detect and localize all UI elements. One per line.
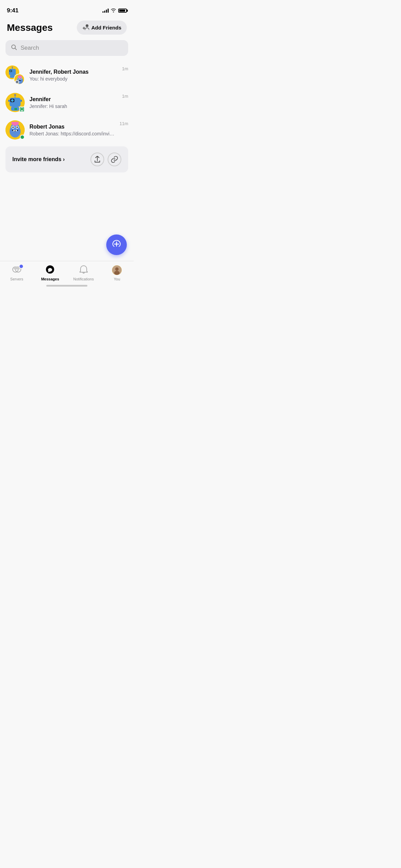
svg-point-50 — [114, 271, 120, 275]
invite-actions — [90, 153, 121, 166]
nav-icon-servers-wrap — [11, 265, 22, 276]
svg-rect-3 — [9, 69, 16, 75]
svg-point-14 — [19, 78, 19, 79]
new-message-fab[interactable] — [106, 234, 127, 255]
conversation-preview: Robert Jonas: https://discord.com/invite… — [29, 131, 115, 136]
avatar-robert — [5, 120, 25, 140]
svg-rect-37 — [13, 130, 15, 131]
wifi-icon — [111, 8, 116, 13]
svg-rect-27 — [14, 108, 17, 110]
svg-rect-24 — [21, 100, 22, 102]
add-friends-button[interactable]: Add Friends — [77, 21, 127, 35]
svg-point-15 — [21, 78, 21, 79]
avatar-jennifer — [5, 93, 25, 112]
svg-point-23 — [14, 94, 16, 96]
svg-point-7 — [12, 67, 13, 68]
search-bar[interactable]: Search — [5, 40, 128, 56]
nav-label-you: You — [114, 277, 120, 281]
nav-label-notifications: Notifications — [73, 277, 94, 281]
svg-point-21 — [12, 100, 13, 101]
conversation-time: 1m — [122, 94, 128, 99]
conversation-item-robert[interactable]: Robert Jonas Robert Jonas: https://disco… — [5, 116, 128, 144]
conversation-item-jennifer[interactable]: Jennifer Jennifer: Hi sarah 1m — [5, 89, 128, 116]
svg-rect-25 — [8, 100, 10, 102]
conversation-robert-info: Robert Jonas Robert Jonas: https://disco… — [29, 124, 115, 136]
svg-point-35 — [12, 126, 14, 128]
invite-link-button[interactable] — [108, 153, 121, 166]
servers-badge — [19, 264, 24, 269]
invite-text: Invite more friends › — [12, 156, 65, 162]
messages-icon — [45, 265, 55, 276]
nav-item-servers[interactable]: Servers — [5, 265, 29, 281]
status-time: 9:41 — [7, 7, 19, 14]
conversation-time: 1m — [122, 66, 128, 71]
notifications-icon — [80, 265, 88, 275]
conversation-group-info: Jennifer, Robert Jonas You: hi everybody — [29, 69, 117, 82]
svg-rect-29 — [21, 110, 23, 111]
add-friends-label: Add Friends — [91, 25, 121, 31]
invite-banner[interactable]: Invite more friends › — [5, 146, 128, 172]
svg-point-41 — [16, 122, 19, 124]
svg-point-36 — [16, 126, 18, 128]
battery-icon — [118, 9, 127, 13]
home-indicator — [46, 285, 87, 287]
conversation-name: Jennifer — [29, 96, 117, 103]
group-avatar — [5, 65, 25, 85]
conversation-preview: Jennifer: Hi sarah — [29, 104, 117, 109]
conversation-time: 11m — [120, 121, 128, 126]
nav-icon-you-wrap — [111, 265, 122, 276]
conversation-name: Robert Jonas — [29, 124, 115, 130]
nav-icon-messages-wrap — [45, 265, 56, 276]
search-placeholder: Search — [21, 45, 39, 51]
svg-rect-38 — [15, 130, 17, 131]
header: Messages Add Friends — [0, 16, 134, 40]
conversation-jennifer-info: Jennifer Jennifer: Hi sarah — [29, 96, 117, 109]
new-message-icon — [112, 239, 121, 250]
conversation-name: Jennifer, Robert Jonas — [29, 69, 117, 75]
svg-point-49 — [115, 267, 119, 271]
conversation-item-group[interactable]: Jennifer, Robert Jonas You: hi everybody… — [5, 61, 128, 89]
nav-icon-notifications-wrap — [78, 265, 89, 276]
nav-label-messages: Messages — [41, 277, 59, 281]
status-dot-online — [20, 135, 25, 140]
conversation-list: Jennifer, Robert Jonas You: hi everybody… — [0, 61, 134, 144]
avatar-you — [112, 265, 122, 275]
status-icons — [102, 8, 127, 13]
nav-item-notifications[interactable]: Notifications — [72, 265, 96, 281]
search-container: Search — [0, 40, 134, 61]
status-mobile — [19, 107, 25, 112]
conversation-preview: You: hi everybody — [29, 76, 117, 82]
page-title: Messages — [7, 22, 53, 33]
svg-line-1 — [15, 48, 17, 50]
signal-icon — [102, 9, 109, 13]
search-icon — [11, 44, 17, 52]
invite-share-button[interactable] — [90, 153, 104, 166]
nav-label-servers: Servers — [10, 277, 23, 281]
nav-item-you[interactable]: You — [105, 265, 129, 281]
svg-point-5 — [10, 70, 12, 72]
svg-point-16 — [18, 75, 22, 78]
add-friends-icon — [82, 24, 89, 31]
status-bar: 9:41 — [0, 0, 134, 16]
nav-item-messages[interactable]: Messages — [38, 265, 62, 281]
status-dot-offline — [15, 80, 19, 84]
svg-point-40 — [11, 122, 14, 124]
